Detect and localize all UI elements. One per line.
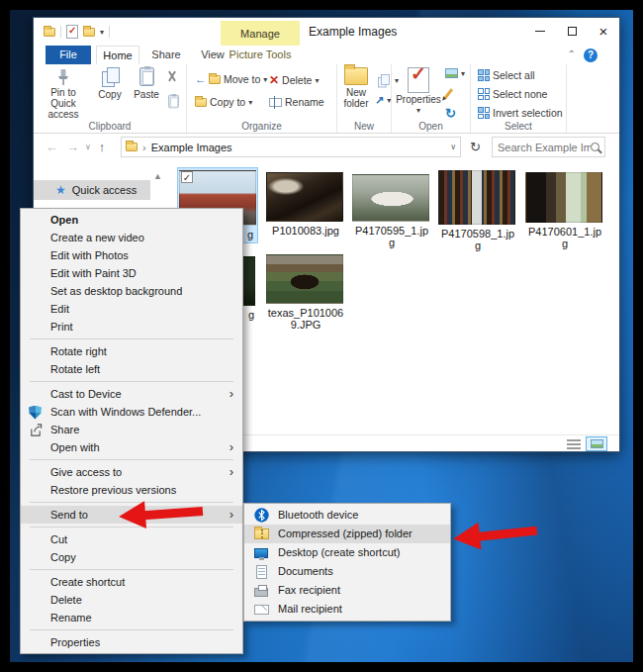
collapse-ribbon-icon[interactable]: ⌃ (568, 48, 576, 59)
search-box[interactable] (492, 137, 605, 157)
file-name: P4170595_1.jpg (352, 225, 431, 248)
menu-separator (30, 381, 233, 382)
breadcrumb-chevron-icon: › (142, 142, 146, 153)
menu-item-scan-with-windows-defender[interactable]: Scan with Windows Defender... (21, 403, 242, 421)
menu-item-print[interactable]: Print (21, 318, 242, 336)
menu-item-create-shortcut[interactable]: Create shortcut (21, 573, 242, 591)
folder-icon (126, 143, 138, 151)
menu-item-cut[interactable]: Cut (21, 530, 242, 548)
maximize-button[interactable] (556, 18, 588, 44)
open-with-button[interactable]: ▾ (445, 68, 465, 78)
file-item[interactable]: P1010083.jpg (266, 172, 345, 237)
qat-dropdown-icon[interactable]: ▾ (100, 28, 104, 37)
menu-item-open-with[interactable]: Open with› (21, 438, 242, 456)
group-label-select: Select (471, 121, 566, 132)
select-all-button[interactable]: Select all (478, 69, 535, 81)
properties-button[interactable]: Properties ▾ (396, 67, 441, 116)
file-item[interactable]: P4170595_1.jpg (352, 174, 431, 248)
menu-item-share[interactable]: Share (21, 421, 242, 438)
file-item[interactable]: texas_P1010069.JPG (266, 254, 345, 331)
tab-share[interactable]: Share (144, 46, 188, 64)
share-icon (28, 423, 43, 437)
search-input[interactable] (498, 142, 591, 153)
menu-item-rotate-right[interactable]: Rotate right (21, 342, 242, 360)
group-label-organize: Organize (187, 121, 336, 132)
minimize-button[interactable] (524, 18, 556, 44)
menu-item-open[interactable]: Open (21, 211, 242, 229)
menu-item-mail-recipient[interactable]: Mail recipient (244, 600, 450, 619)
back-icon[interactable]: ← (46, 140, 58, 154)
menu-item-documents[interactable]: Documents (244, 562, 450, 581)
group-label-clipboard: Clipboard (34, 121, 186, 132)
copy-icon (102, 67, 119, 86)
edit-button[interactable] (447, 88, 450, 99)
menu-item-desktop-create-shortcut[interactable]: Desktop (create shortcut) (244, 543, 450, 562)
breadcrumb[interactable]: Example Images (151, 142, 232, 153)
menu-item-bluetooth-device[interactable]: Bluetooth device (244, 506, 450, 525)
forward-icon[interactable]: → (66, 140, 79, 154)
tab-home[interactable]: Home (96, 46, 139, 64)
menu-item-properties[interactable]: Properties (21, 633, 242, 651)
new-item-icon (378, 74, 389, 86)
paste-shortcut-icon (168, 95, 179, 108)
menu-item-edit-with-paint-3d[interactable]: Edit with Paint 3D (21, 264, 242, 282)
close-icon: × (599, 24, 608, 39)
copy-to-button[interactable]: Copy to▾ (195, 96, 252, 108)
quick-access-toolbar: ▾ (44, 25, 110, 39)
menu-item-compressed-zipped-folder[interactable]: Compressed (zipped) folder (244, 525, 450, 543)
copy-button[interactable]: Copy (93, 67, 127, 100)
submenu-chevron-icon: › (230, 385, 233, 403)
delete-button[interactable]: ✕ Delete▾ (269, 73, 319, 87)
easy-access-button[interactable]: ↗▾ (375, 94, 391, 107)
file-item[interactable]: P4170598_1.jpg (438, 170, 517, 251)
new-folder-qat-icon[interactable] (83, 28, 95, 37)
menu-item-rotate-left[interactable]: Rotate left (21, 360, 242, 378)
up-icon[interactable]: ↑ (99, 140, 106, 154)
selection-checkbox[interactable]: ✓ (181, 171, 193, 183)
invert-selection-button[interactable]: Invert selection (478, 107, 563, 119)
file-thumbnail-house (266, 254, 343, 304)
close-button[interactable]: × (588, 18, 619, 44)
menu-item-rename[interactable]: Rename (21, 609, 242, 626)
pin-to-quick-access-button[interactable]: Pin to Quick access (38, 67, 89, 120)
menu-item-edit-with-photos[interactable]: Edit with Photos (21, 246, 242, 264)
tab-file[interactable]: File (46, 46, 91, 64)
refresh-icon[interactable]: ↻ (466, 137, 485, 157)
help-icon[interactable]: ? (584, 48, 597, 62)
select-none-button[interactable]: Select none (478, 88, 547, 100)
move-to-button[interactable]: ← Move to▾ (195, 73, 267, 85)
new-folder-button[interactable]: New folder (339, 67, 373, 109)
tab-picture-tools[interactable]: Picture Tools (221, 46, 300, 64)
menu-item-restore-previous-versions[interactable]: Restore previous versions (21, 481, 242, 499)
rename-button[interactable]: Rename (269, 96, 324, 108)
thumbnail-view-icon[interactable] (586, 436, 607, 451)
paste-button[interactable]: Paste (129, 67, 164, 100)
file-item[interactable]: P4170601_1.jpg (525, 172, 604, 249)
ribbon: Pin to Quick access Copy Paste Clipboard… (34, 64, 619, 134)
folder-icon[interactable] (44, 28, 55, 37)
menu-item-give-access-to[interactable]: Give access to› (21, 463, 242, 481)
menu-item-set-as-desktop-background[interactable]: Set as desktop background (21, 282, 242, 300)
address-dropdown-icon[interactable]: ∨ (450, 143, 456, 151)
recent-locations-icon[interactable]: ∨ (85, 143, 91, 151)
menu-item-copy[interactable]: Copy (21, 548, 242, 566)
ribbon-group-organize: ← Move to▾ Copy to▾ ✕ Delete▾ Rename Org… (187, 64, 337, 133)
cut-button[interactable] (166, 70, 178, 82)
scrollbar-up-icon[interactable]: ▲ (153, 171, 162, 181)
send-to-submenu: Bluetooth device Compressed (zipped) fol… (243, 503, 451, 622)
picture-icon (445, 68, 458, 78)
details-view-icon[interactable] (567, 438, 581, 450)
menu-item-edit[interactable]: Edit (21, 300, 242, 318)
properties-check-icon[interactable] (66, 25, 78, 39)
menu-item-create-a-new-video[interactable]: Create a new video (21, 229, 242, 246)
menu-item-delete[interactable]: Delete (21, 591, 242, 609)
history-button[interactable]: ↻ (445, 106, 456, 121)
sidebar-item-quick-access[interactable]: ★ Quick access (34, 180, 150, 200)
menu-item-cast-to-device[interactable]: Cast to Device› (21, 385, 242, 403)
address-bar[interactable]: › Example Images ∨ (121, 137, 461, 157)
manage-contextual-group[interactable]: Manage (221, 21, 300, 46)
select-none-icon (478, 88, 490, 100)
menu-item-fax-recipient[interactable]: Fax recipient (244, 581, 450, 600)
search-icon[interactable] (591, 143, 599, 151)
paste-shortcut-button[interactable] (166, 92, 181, 111)
